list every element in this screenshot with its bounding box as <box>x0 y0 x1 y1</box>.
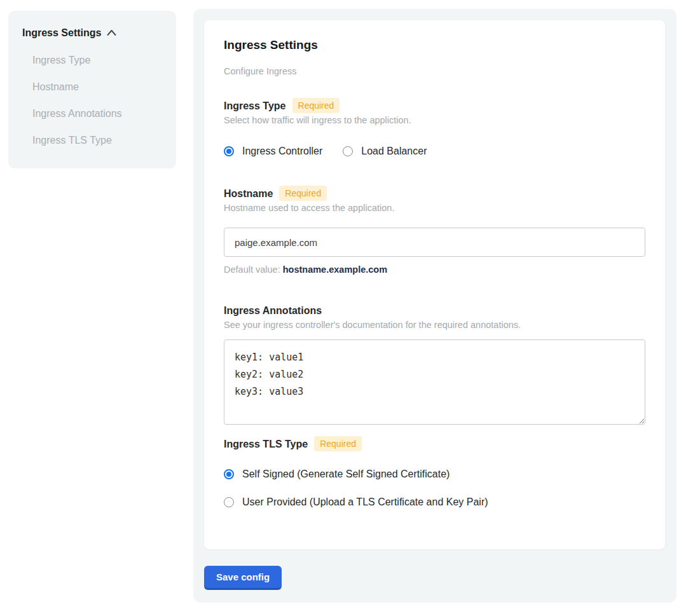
radio-label: Ingress Controller <box>242 145 322 157</box>
hostname-description: Hostname used to access the application. <box>224 203 645 214</box>
section-ingress-tls-type: Ingress TLS Type Required Self Signed (G… <box>224 436 645 508</box>
sidebar-item-list: Ingress Type Hostname Ingress Annotation… <box>22 54 165 146</box>
section-ingress-type: Ingress Type Required Select how traffic… <box>224 98 645 157</box>
hostname-input[interactable] <box>224 228 645 257</box>
tls-radio-group: Self Signed (Generate Self Signed Certif… <box>224 468 645 508</box>
sidebar-group-ingress-settings[interactable]: Ingress Settings <box>22 27 165 39</box>
ingress-annotations-description: See your ingress controller's documentat… <box>224 320 645 331</box>
radio-ingress-controller[interactable]: Ingress Controller <box>224 145 322 157</box>
ingress-annotations-heading: Ingress Annotations <box>224 305 322 317</box>
ingress-type-description: Select how traffic will ingress to the a… <box>224 115 645 126</box>
radio-button-icon[interactable] <box>224 146 234 156</box>
radio-user-provided[interactable]: User Provided (Upload a TLS Certificate … <box>224 496 645 508</box>
ingress-tls-type-heading: Ingress TLS Type <box>224 438 308 450</box>
default-value-text: hostname.example.com <box>283 264 387 275</box>
radio-load-balancer[interactable]: Load Balancer <box>343 145 427 157</box>
radio-button-icon[interactable] <box>343 146 353 156</box>
hostname-heading: Hostname <box>224 188 273 200</box>
radio-button-icon[interactable] <box>224 469 234 479</box>
settings-sidebar: Ingress Settings Ingress Type Hostname I… <box>8 11 176 168</box>
hostname-default-value: Default value: hostname.example.com <box>224 264 645 275</box>
chevron-up-icon <box>107 27 116 39</box>
section-hostname: Hostname Required Hostname used to acces… <box>224 186 645 275</box>
default-value-prefix: Default value: <box>224 264 283 275</box>
page-title: Ingress Settings <box>224 38 645 52</box>
sidebar-item-ingress-type[interactable]: Ingress Type <box>32 54 165 66</box>
save-config-button[interactable]: Save config <box>204 566 282 590</box>
radio-label: Load Balancer <box>361 145 427 157</box>
sidebar-item-ingress-tls-type[interactable]: Ingress TLS Type <box>32 134 165 146</box>
radio-label: Self Signed (Generate Self Signed Certif… <box>242 468 449 480</box>
required-badge: Required <box>292 98 340 113</box>
ingress-type-heading: Ingress Type <box>224 100 286 112</box>
required-badge: Required <box>314 436 362 451</box>
page-subtitle: Configure Ingress <box>224 66 645 77</box>
sidebar-item-hostname[interactable]: Hostname <box>32 81 165 93</box>
radio-label: User Provided (Upload a TLS Certificate … <box>242 496 488 508</box>
ingress-settings-card: Ingress Settings Configure Ingress Ingre… <box>204 20 665 549</box>
section-ingress-annotations: Ingress Annotations See your ingress con… <box>224 303 645 425</box>
sidebar-group-label: Ingress Settings <box>22 27 101 39</box>
ingress-annotations-textarea[interactable]: key1: value1 key2: value2 key3: value3 <box>224 339 645 425</box>
radio-self-signed[interactable]: Self Signed (Generate Self Signed Certif… <box>224 468 645 480</box>
radio-button-icon[interactable] <box>224 497 234 507</box>
required-badge: Required <box>279 186 327 201</box>
ingress-settings-panel: Ingress Settings Configure Ingress Ingre… <box>193 9 676 603</box>
sidebar-item-ingress-annotations[interactable]: Ingress Annotations <box>32 107 165 120</box>
ingress-type-radio-group: Ingress Controller Load Balancer <box>224 145 645 157</box>
